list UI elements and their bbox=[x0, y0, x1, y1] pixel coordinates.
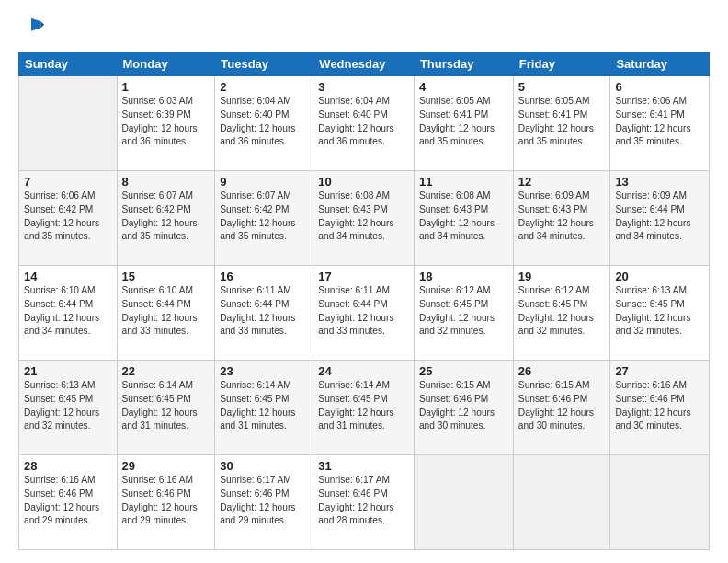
day-number: 13 bbox=[615, 175, 704, 189]
cell-content: Sunrise: 6:08 AM Sunset: 6:43 PM Dayligh… bbox=[419, 190, 508, 244]
day-number: 25 bbox=[419, 364, 508, 378]
day-number: 6 bbox=[615, 80, 704, 94]
svg-marker-1 bbox=[41, 21, 45, 28]
day-number: 5 bbox=[518, 80, 606, 94]
day-number: 23 bbox=[220, 364, 308, 378]
cell-content: Sunrise: 6:13 AM Sunset: 6:45 PM Dayligh… bbox=[615, 284, 704, 339]
logo-icon bbox=[18, 17, 44, 42]
cell-content: Sunrise: 6:15 AM Sunset: 6:46 PM Dayligh… bbox=[419, 379, 508, 433]
day-number: 22 bbox=[122, 364, 210, 378]
cell-content: Sunrise: 6:16 AM Sunset: 6:46 PM Dayligh… bbox=[122, 474, 210, 528]
calendar-header-friday: Friday bbox=[513, 52, 610, 76]
header bbox=[18, 17, 710, 42]
calendar-cell: 28Sunrise: 6:16 AM Sunset: 6:46 PM Dayli… bbox=[19, 455, 118, 550]
calendar-cell: 12Sunrise: 6:09 AM Sunset: 6:43 PM Dayli… bbox=[513, 171, 610, 266]
day-number: 1 bbox=[122, 80, 210, 94]
calendar-cell: 21Sunrise: 6:13 AM Sunset: 6:45 PM Dayli… bbox=[19, 361, 118, 455]
calendar-cell bbox=[610, 455, 710, 550]
cell-content: Sunrise: 6:15 AM Sunset: 6:46 PM Dayligh… bbox=[518, 379, 606, 433]
cell-content: Sunrise: 6:06 AM Sunset: 6:41 PM Dayligh… bbox=[615, 95, 704, 149]
calendar-header-thursday: Thursday bbox=[414, 52, 513, 76]
calendar-cell: 1Sunrise: 6:03 AM Sunset: 6:39 PM Daylig… bbox=[117, 76, 215, 171]
cell-content: Sunrise: 6:17 AM Sunset: 6:46 PM Dayligh… bbox=[318, 474, 409, 528]
cell-content: Sunrise: 6:04 AM Sunset: 6:40 PM Dayligh… bbox=[220, 95, 308, 149]
calendar-cell: 29Sunrise: 6:16 AM Sunset: 6:46 PM Dayli… bbox=[117, 455, 215, 550]
cell-content: Sunrise: 6:16 AM Sunset: 6:46 PM Dayligh… bbox=[24, 474, 112, 528]
cell-content: Sunrise: 6:14 AM Sunset: 6:45 PM Dayligh… bbox=[318, 379, 409, 433]
calendar-cell: 24Sunrise: 6:14 AM Sunset: 6:45 PM Dayli… bbox=[313, 361, 415, 455]
calendar-cell: 27Sunrise: 6:16 AM Sunset: 6:46 PM Dayli… bbox=[610, 361, 710, 455]
day-number: 10 bbox=[318, 175, 409, 189]
calendar-table: SundayMondayTuesdayWednesdayThursdayFrid… bbox=[18, 52, 710, 550]
day-number: 8 bbox=[122, 175, 210, 189]
calendar-cell: 4Sunrise: 6:05 AM Sunset: 6:41 PM Daylig… bbox=[414, 76, 513, 171]
calendar-cell: 23Sunrise: 6:14 AM Sunset: 6:45 PM Dayli… bbox=[215, 361, 313, 455]
day-number: 7 bbox=[24, 175, 112, 189]
calendar-cell: 13Sunrise: 6:09 AM Sunset: 6:44 PM Dayli… bbox=[610, 171, 710, 266]
cell-content: Sunrise: 6:12 AM Sunset: 6:45 PM Dayligh… bbox=[419, 284, 508, 339]
calendar-cell: 10Sunrise: 6:08 AM Sunset: 6:43 PM Dayli… bbox=[313, 171, 415, 266]
calendar-cell: 31Sunrise: 6:17 AM Sunset: 6:46 PM Dayli… bbox=[313, 455, 415, 550]
cell-content: Sunrise: 6:08 AM Sunset: 6:43 PM Dayligh… bbox=[318, 190, 409, 244]
calendar-header-row: SundayMondayTuesdayWednesdayThursdayFrid… bbox=[19, 52, 710, 76]
calendar-cell: 19Sunrise: 6:12 AM Sunset: 6:45 PM Dayli… bbox=[513, 266, 610, 361]
cell-content: Sunrise: 6:13 AM Sunset: 6:45 PM Dayligh… bbox=[24, 379, 112, 433]
cell-content: Sunrise: 6:11 AM Sunset: 6:44 PM Dayligh… bbox=[318, 284, 409, 339]
calendar-week-5: 28Sunrise: 6:16 AM Sunset: 6:46 PM Dayli… bbox=[19, 455, 710, 550]
cell-content: Sunrise: 6:09 AM Sunset: 6:44 PM Dayligh… bbox=[615, 190, 704, 244]
day-number: 18 bbox=[419, 270, 508, 283]
calendar-header-tuesday: Tuesday bbox=[215, 52, 313, 76]
calendar-cell: 3Sunrise: 6:04 AM Sunset: 6:40 PM Daylig… bbox=[313, 76, 415, 171]
cell-content: Sunrise: 6:05 AM Sunset: 6:41 PM Dayligh… bbox=[518, 95, 606, 149]
cell-content: Sunrise: 6:07 AM Sunset: 6:42 PM Dayligh… bbox=[220, 190, 308, 244]
calendar-cell: 2Sunrise: 6:04 AM Sunset: 6:40 PM Daylig… bbox=[215, 76, 313, 171]
day-number: 9 bbox=[220, 175, 308, 189]
day-number: 30 bbox=[220, 459, 308, 473]
day-number: 2 bbox=[220, 80, 308, 94]
cell-content: Sunrise: 6:14 AM Sunset: 6:45 PM Dayligh… bbox=[220, 379, 308, 433]
day-number: 19 bbox=[518, 270, 606, 283]
calendar-cell: 8Sunrise: 6:07 AM Sunset: 6:42 PM Daylig… bbox=[117, 171, 215, 266]
calendar-cell: 15Sunrise: 6:10 AM Sunset: 6:44 PM Dayli… bbox=[117, 266, 215, 361]
day-number: 31 bbox=[318, 459, 409, 473]
calendar-header-sunday: Sunday bbox=[19, 52, 118, 76]
day-number: 11 bbox=[419, 175, 508, 189]
day-number: 27 bbox=[615, 364, 704, 378]
calendar-header-wednesday: Wednesday bbox=[313, 52, 415, 76]
day-number: 26 bbox=[518, 364, 606, 378]
calendar-cell: 22Sunrise: 6:14 AM Sunset: 6:45 PM Dayli… bbox=[117, 361, 215, 455]
calendar-cell: 17Sunrise: 6:11 AM Sunset: 6:44 PM Dayli… bbox=[313, 266, 415, 361]
cell-content: Sunrise: 6:14 AM Sunset: 6:45 PM Dayligh… bbox=[122, 379, 210, 433]
calendar-cell: 6Sunrise: 6:06 AM Sunset: 6:41 PM Daylig… bbox=[610, 76, 710, 171]
day-number: 29 bbox=[122, 459, 210, 473]
calendar-cell: 26Sunrise: 6:15 AM Sunset: 6:46 PM Dayli… bbox=[513, 361, 610, 455]
cell-content: Sunrise: 6:12 AM Sunset: 6:45 PM Dayligh… bbox=[518, 284, 606, 339]
day-number: 21 bbox=[24, 364, 112, 378]
svg-marker-0 bbox=[31, 18, 41, 31]
calendar-week-3: 14Sunrise: 6:10 AM Sunset: 6:44 PM Dayli… bbox=[19, 266, 710, 361]
day-number: 28 bbox=[24, 459, 112, 473]
day-number: 24 bbox=[318, 364, 409, 378]
cell-content: Sunrise: 6:07 AM Sunset: 6:42 PM Dayligh… bbox=[122, 190, 210, 244]
cell-content: Sunrise: 6:10 AM Sunset: 6:44 PM Dayligh… bbox=[122, 284, 210, 339]
calendar-cell: 14Sunrise: 6:10 AM Sunset: 6:44 PM Dayli… bbox=[19, 266, 118, 361]
day-number: 12 bbox=[518, 175, 606, 189]
calendar-cell bbox=[513, 455, 610, 550]
day-number: 17 bbox=[318, 270, 409, 283]
calendar-cell: 20Sunrise: 6:13 AM Sunset: 6:45 PM Dayli… bbox=[610, 266, 710, 361]
cell-content: Sunrise: 6:05 AM Sunset: 6:41 PM Dayligh… bbox=[419, 95, 508, 149]
calendar-cell bbox=[414, 455, 513, 550]
day-number: 16 bbox=[220, 270, 308, 283]
calendar-week-2: 7Sunrise: 6:06 AM Sunset: 6:42 PM Daylig… bbox=[19, 171, 710, 266]
calendar-cell: 18Sunrise: 6:12 AM Sunset: 6:45 PM Dayli… bbox=[414, 266, 513, 361]
calendar-cell: 30Sunrise: 6:17 AM Sunset: 6:46 PM Dayli… bbox=[215, 455, 313, 550]
cell-content: Sunrise: 6:11 AM Sunset: 6:44 PM Dayligh… bbox=[220, 284, 308, 339]
calendar-header-saturday: Saturday bbox=[610, 52, 710, 76]
logo bbox=[18, 17, 48, 42]
calendar-week-4: 21Sunrise: 6:13 AM Sunset: 6:45 PM Dayli… bbox=[19, 361, 710, 455]
calendar-cell: 5Sunrise: 6:05 AM Sunset: 6:41 PM Daylig… bbox=[513, 76, 610, 171]
cell-content: Sunrise: 6:04 AM Sunset: 6:40 PM Dayligh… bbox=[318, 95, 409, 149]
cell-content: Sunrise: 6:09 AM Sunset: 6:43 PM Dayligh… bbox=[518, 190, 606, 244]
cell-content: Sunrise: 6:06 AM Sunset: 6:42 PM Dayligh… bbox=[24, 190, 112, 244]
day-number: 15 bbox=[122, 270, 210, 283]
